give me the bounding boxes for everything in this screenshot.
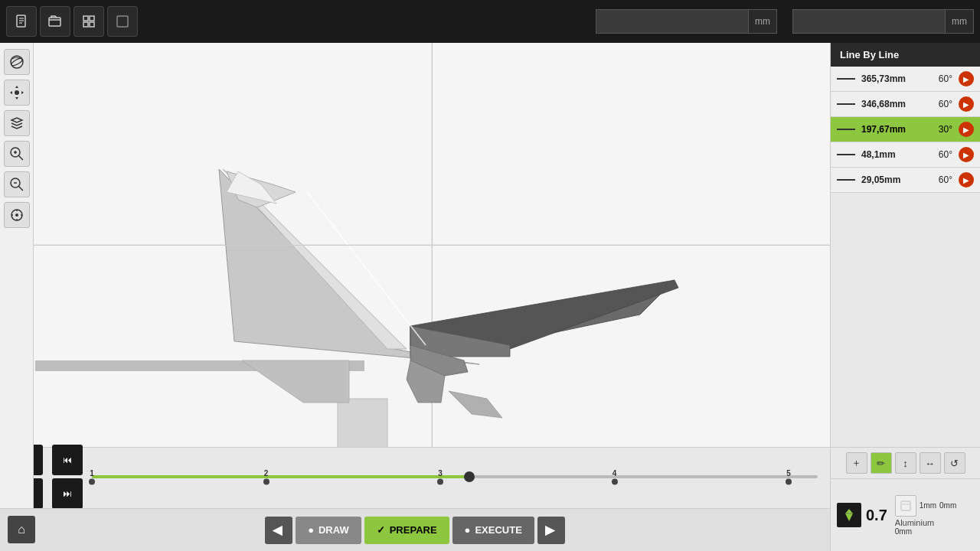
measure-button[interactable]	[4, 202, 30, 228]
svg-rect-43	[901, 504, 910, 505]
add-tool-button[interactable]: ＋	[846, 452, 867, 474]
timeline-marker-5: 5	[786, 469, 792, 485]
line-item-3[interactable]: 197,67mm 30° ▶	[831, 117, 980, 142]
open-button[interactable]	[40, 6, 70, 37]
tool-icons-row: ＋ ✏ ↕ ↔ ↺	[831, 448, 980, 479]
svg-rect-42	[901, 501, 910, 510]
marker-dot-1	[89, 479, 95, 485]
new-button[interactable]	[6, 6, 37, 37]
line-icon-4	[837, 154, 855, 155]
line-measure-1: 365,73mm	[861, 73, 936, 84]
bottom-controls: ▶ ↺ ⏮ ⏭ 1 2 3 4	[0, 447, 830, 551]
svg-rect-36	[338, 399, 387, 447]
svg-point-12	[15, 90, 19, 95]
pan-button[interactable]	[4, 80, 30, 106]
prepare-label: PREPARE	[390, 524, 437, 536]
svg-marker-41	[449, 391, 502, 418]
extra-button[interactable]	[107, 6, 138, 37]
pen-thickness-value: 0.7	[866, 507, 887, 524]
timeline-marker-3: 3	[437, 469, 443, 485]
line-measure-5: 29,05mm	[861, 174, 936, 185]
viewport[interactable]	[34, 43, 830, 447]
draw-icon: ●	[308, 524, 314, 536]
svg-rect-6	[90, 16, 94, 21]
execute-button[interactable]: ● EXECUTE	[452, 517, 534, 544]
line-item-2[interactable]: 346,68mm 60° ▶	[831, 92, 980, 117]
select-button[interactable]	[74, 6, 104, 37]
active-pen-indicator	[837, 503, 861, 527]
line-icon-5	[837, 179, 855, 181]
coord-x-input[interactable]: 395,7	[596, 9, 749, 34]
coord-y-input[interactable]: 1000	[792, 9, 946, 34]
draw-button[interactable]: ● DRAW	[296, 517, 361, 544]
line-arrow-2[interactable]: ▶	[959, 96, 974, 112]
arrow-up-button[interactable]: ↕	[895, 452, 916, 474]
prepare-icon: ✓	[377, 524, 385, 536]
marker-dot-4	[612, 479, 618, 485]
line-arrow-3[interactable]: ▶	[959, 122, 974, 137]
next-button[interactable]: ▶	[537, 517, 565, 544]
pen-value-display: 0.7	[866, 507, 887, 524]
layers-button[interactable]	[4, 110, 30, 136]
fastforward-button[interactable]: ⏭	[52, 478, 83, 509]
action-bar: ◀ ● DRAW ✓ PREPARE ● EXECUTE ▶	[0, 508, 830, 551]
left-sidebar	[0, 43, 34, 508]
thickness-row-2: Aluminium	[895, 518, 956, 527]
execute-label: EXECUTE	[475, 524, 521, 536]
marker-dot-5	[786, 479, 792, 485]
line-item-5[interactable]: 29,05mm 60° ▶	[831, 168, 980, 193]
timeline-marker-1: 1	[89, 469, 95, 485]
line-icon-1	[837, 78, 855, 80]
prepare-button[interactable]: ✓ PREPARE	[364, 517, 449, 544]
line-measure-4: 48,1mm	[861, 149, 936, 160]
coord-box-y: 1000 mm	[792, 9, 974, 34]
playback-col-2: ⏮ ⏭	[52, 445, 83, 509]
timeline[interactable]: 1 2 3 4 5	[92, 469, 818, 484]
line-item-4[interactable]: 48,1mm 60° ▶	[831, 142, 980, 168]
svg-rect-7	[83, 22, 88, 27]
zoom-out-button[interactable]	[4, 171, 30, 197]
thickness-value-3: 0mm	[895, 527, 912, 536]
line-list: 365,73mm 60° ▶ 346,68mm 60° ▶ 197,67mm 3…	[831, 67, 980, 193]
line-icon-2	[837, 103, 855, 105]
svg-line-19	[18, 187, 23, 191]
marker-dot-3	[437, 479, 443, 485]
line-arrow-5[interactable]: ▶	[959, 172, 974, 187]
playback-bar: ▶ ↺ ⏮ ⏭ 1 2 3 4	[0, 448, 830, 506]
svg-rect-4	[49, 18, 60, 26]
material-info: 0.7 1mm 0mm Aluminium 0mm	[831, 479, 980, 551]
line-angle-3: 30°	[939, 124, 952, 135]
arrow-lr-button[interactable]: ↔	[920, 452, 941, 474]
line-item-1[interactable]: 365,73mm 60° ▶	[831, 67, 980, 92]
timeline-marker-4: 4	[612, 469, 618, 485]
timeline-progress	[92, 475, 469, 478]
svg-rect-9	[117, 16, 128, 27]
line-angle-4: 60°	[939, 149, 952, 160]
draw-label: DRAW	[318, 524, 349, 536]
thickness-row-1: 1mm 0mm	[895, 495, 956, 517]
thickness-row-3: 0mm	[895, 527, 956, 536]
timeline-marker-2: 2	[263, 469, 270, 485]
thickness-details: 1mm 0mm Aluminium 0mm	[895, 495, 956, 536]
pen-tool-button[interactable]: ✏	[871, 452, 892, 474]
timeline-thumb[interactable]	[464, 471, 475, 482]
material-sheet-icon	[895, 495, 916, 517]
line-arrow-4[interactable]: ▶	[959, 147, 974, 162]
coord-box-x: 395,7 mm	[596, 9, 777, 34]
svg-rect-5	[83, 16, 88, 21]
line-measure-3: 197,67mm	[861, 124, 936, 135]
rotate-3d-button[interactable]	[4, 49, 30, 75]
line-arrow-1[interactable]: ▶	[959, 71, 974, 86]
line-angle-1: 60°	[939, 73, 952, 84]
rewind-button[interactable]: ⏮	[52, 445, 83, 475]
marker-dot-2	[263, 479, 270, 485]
svg-line-16	[18, 156, 23, 161]
line-angle-2: 60°	[939, 99, 952, 109]
home-button[interactable]: ⌂	[8, 516, 35, 543]
thickness-value-2: 0mm	[939, 501, 956, 510]
zoom-in-button[interactable]	[4, 141, 30, 167]
line-measure-2: 346,68mm	[861, 99, 936, 109]
prev-button[interactable]: ◀	[265, 517, 292, 544]
shape-canvas	[34, 43, 830, 447]
rotate-button[interactable]: ↺	[944, 452, 965, 474]
